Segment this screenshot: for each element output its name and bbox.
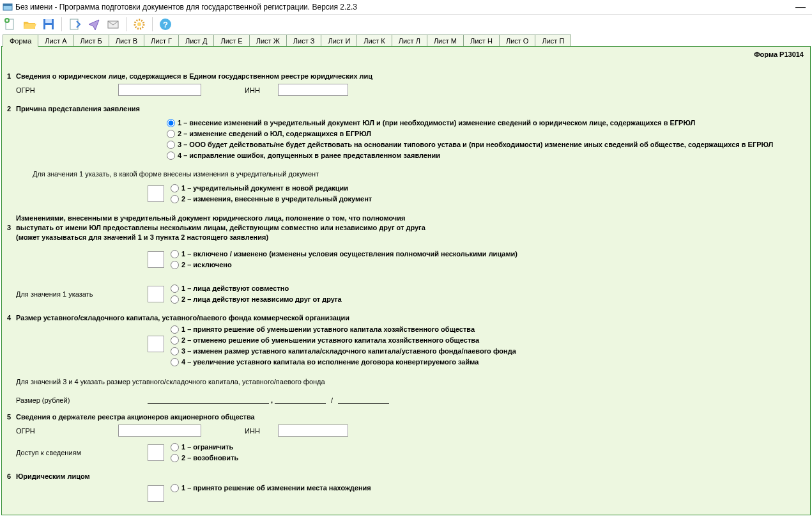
s3-radio-3[interactable]: 1 – лица действуют совместно bbox=[171, 283, 342, 294]
size-main-input[interactable] bbox=[148, 393, 269, 404]
slash-label: / bbox=[326, 396, 338, 404]
tab-forma[interactable]: Форма bbox=[3, 35, 38, 47]
form-header: Форма Р13014 bbox=[2, 47, 810, 61]
tab-list-z[interactable]: Лист З bbox=[286, 35, 322, 47]
minimize-button[interactable]: — bbox=[792, 1, 809, 13]
tab-list-g[interactable]: Лист Г bbox=[144, 35, 179, 47]
s5-access-box[interactable] bbox=[148, 444, 164, 461]
svg-rect-1 bbox=[3, 4, 12, 6]
tab-list-b[interactable]: Лист Б bbox=[73, 35, 109, 47]
s3-note: Для значения 1 указать bbox=[16, 290, 148, 298]
ogrn-input[interactable] bbox=[118, 84, 201, 96]
inn-input[interactable] bbox=[278, 84, 348, 96]
app-icon bbox=[3, 2, 13, 12]
s6-box[interactable] bbox=[148, 485, 164, 502]
form-panel: Форма Р13014 1 Сведения о юридическом ли… bbox=[1, 46, 811, 515]
reason-radio-4[interactable]: 4 – исправление ошибок, допущенных в ран… bbox=[167, 150, 805, 161]
tab-list-p[interactable]: Лист П bbox=[535, 35, 571, 47]
reason-radio-3[interactable]: 3 – ООО будет действовать/не будет дейст… bbox=[167, 139, 805, 150]
s3-radio-2[interactable]: 2 – исключено bbox=[171, 260, 517, 270]
section-5-num: 5 bbox=[7, 413, 16, 421]
s4-radio-4[interactable]: 4 – увеличение уставного капитала во исп… bbox=[171, 357, 516, 368]
s5-radio-1[interactable]: 1 – ограничить bbox=[171, 442, 238, 453]
s4-box[interactable] bbox=[148, 336, 164, 352]
s4-radio-2[interactable]: 2 – отменено решение об уменьшении устав… bbox=[171, 335, 516, 346]
tabstrip: Форма Лист А Лист Б Лист В Лист Г Лист Д… bbox=[0, 34, 812, 46]
tab-list-a[interactable]: Лист А bbox=[38, 35, 73, 47]
svg-rect-6 bbox=[45, 25, 52, 29]
tab-list-n[interactable]: Лист Н bbox=[463, 35, 500, 47]
tab-list-m[interactable]: Лист М bbox=[427, 35, 464, 47]
s3-line1: 3Изменениями, внесенными в учредительный… bbox=[16, 214, 805, 223]
s3-box-1[interactable] bbox=[148, 251, 164, 268]
section-5-title: Сведения о держателе реестра акционеров … bbox=[16, 413, 255, 421]
section-2-num: 2 bbox=[7, 105, 16, 113]
size-denom-input[interactable] bbox=[338, 393, 389, 404]
ogrn-label: ОГРН bbox=[16, 86, 118, 94]
reason-radio-1[interactable]: 1 – внесение изменений в учредительный д… bbox=[167, 118, 805, 129]
s3-box-2[interactable] bbox=[148, 286, 164, 302]
s3-line3: 3(может указываться для значений 1 и 3 п… bbox=[16, 233, 805, 242]
size-label: Размер (рублей) bbox=[16, 396, 148, 404]
s4-note: Для значений 3 и 4 указать размер уставн… bbox=[7, 378, 805, 386]
s5-radio-2[interactable]: 2 – возобновить bbox=[171, 453, 238, 464]
toolbar-separator bbox=[126, 17, 126, 31]
svg-point-10 bbox=[137, 22, 141, 26]
help-button[interactable]: ? bbox=[158, 17, 173, 32]
open-button[interactable] bbox=[22, 17, 37, 32]
tab-list-e[interactable]: Лист Е bbox=[213, 35, 249, 47]
s2-note: Для значения 1 указать, в какой форме вн… bbox=[7, 170, 805, 178]
svg-rect-5 bbox=[45, 19, 52, 23]
titlebar: Без имени - Программа подготовки докумен… bbox=[0, 0, 812, 15]
new-doc-button[interactable] bbox=[3, 17, 18, 32]
section-1-title: Сведения о юридическом лице, содержащиес… bbox=[16, 72, 372, 80]
tab-list-l[interactable]: Лист Л bbox=[392, 35, 427, 47]
send-button[interactable] bbox=[86, 17, 102, 32]
s5-ogrn-input[interactable] bbox=[118, 425, 201, 437]
s5-inn-label: ИНН bbox=[233, 427, 272, 435]
tab-list-i[interactable]: Лист И bbox=[321, 35, 357, 47]
inn-label: ИНН bbox=[233, 86, 272, 94]
reason-radio-2[interactable]: 2 – изменение сведений о ЮЛ, содержащихс… bbox=[167, 129, 805, 139]
toolbar-separator bbox=[61, 17, 62, 31]
tab-list-o[interactable]: Лист О bbox=[499, 35, 536, 47]
toolbar: ? bbox=[0, 15, 812, 34]
s4-radio-3[interactable]: 3 – изменен размер уставного капитала/ск… bbox=[171, 346, 516, 357]
s2-sub-radio-2[interactable]: 2 – изменения, внесенные в учредительный… bbox=[171, 194, 372, 205]
settings-button[interactable] bbox=[132, 17, 147, 32]
window-title: Без имени - Программа подготовки докумен… bbox=[15, 3, 357, 12]
size-frac-input[interactable] bbox=[275, 393, 326, 404]
section-4-num: 4 bbox=[7, 314, 16, 322]
section-1-num: 1 bbox=[7, 72, 16, 80]
mail-button[interactable] bbox=[105, 17, 121, 32]
s2-sub-box[interactable] bbox=[148, 185, 164, 202]
access-label: Доступ к сведениям bbox=[16, 449, 148, 456]
section-4-title: Размер уставного/складочного капитала, у… bbox=[16, 314, 349, 322]
s3-radio-1[interactable]: 1 – включено / изменено (изменены услови… bbox=[171, 249, 517, 260]
tab-list-v[interactable]: Лист В bbox=[109, 35, 144, 47]
s6-radio-1[interactable]: 1 – принято решение об изменении места н… bbox=[171, 483, 371, 494]
tab-list-k[interactable]: Лист К bbox=[356, 35, 392, 47]
svg-text:?: ? bbox=[163, 20, 168, 29]
s2-sub-radio-1[interactable]: 1 – учредительный документ в новой редак… bbox=[171, 183, 372, 194]
s4-radio-1[interactable]: 1 – принято решение об уменьшении уставн… bbox=[171, 324, 516, 335]
toolbar-separator bbox=[152, 17, 153, 31]
tab-list-zh[interactable]: Лист Ж bbox=[249, 35, 287, 47]
svg-rect-7 bbox=[70, 19, 78, 29]
s3-line2: 3выступать от имени ЮЛ предоставлены нес… bbox=[16, 223, 805, 233]
s5-ogrn-label: ОГРН bbox=[16, 427, 118, 435]
comma-icon: , bbox=[269, 396, 275, 404]
tab-list-d[interactable]: Лист Д bbox=[178, 35, 214, 47]
s5-inn-input[interactable] bbox=[278, 425, 348, 437]
s3-radio-4[interactable]: 2 – лица действуют независимо друг от др… bbox=[171, 294, 342, 305]
section-6-num: 6 bbox=[7, 472, 16, 480]
section-2-title: Причина представления заявления bbox=[16, 105, 140, 113]
save-button[interactable] bbox=[41, 17, 56, 32]
export-button[interactable] bbox=[67, 17, 82, 32]
section-6-title: Юридическим лицом bbox=[16, 472, 90, 480]
